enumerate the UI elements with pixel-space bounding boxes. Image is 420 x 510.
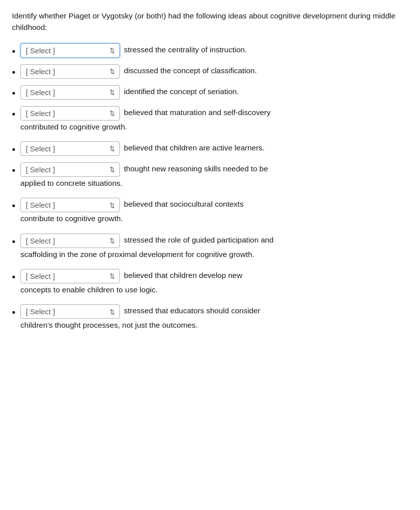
item-row: [ Select ]PiagetVygotskyBoth⇅thought new… bbox=[20, 162, 408, 177]
bullet-point: • bbox=[12, 64, 15, 80]
item-text-inline: believed that children are active learne… bbox=[124, 141, 408, 154]
question-item: •[ Select ]PiagetVygotskyBoth⇅believed t… bbox=[12, 198, 408, 228]
select-5[interactable]: [ Select ]PiagetVygotskyBoth bbox=[20, 141, 120, 156]
item-text-inline: believed that maturation and self-discov… bbox=[124, 106, 408, 119]
bullet-point: • bbox=[12, 85, 15, 101]
item-text-inline: identified the concept of seriation. bbox=[124, 85, 408, 98]
item-content: [ Select ]PiagetVygotskyBoth⇅believed th… bbox=[20, 269, 408, 299]
item-text-inline: discussed the concept of classification. bbox=[124, 64, 408, 77]
item-content: [ Select ]PiagetVygotskyBoth⇅believed th… bbox=[20, 106, 408, 136]
select-wrapper: [ Select ]PiagetVygotskyBoth⇅ bbox=[20, 85, 120, 100]
instruction-text: Identify whether Piaget or Vygotsky (or … bbox=[12, 10, 408, 33]
item-row: [ Select ]PiagetVygotskyBoth⇅discussed t… bbox=[20, 64, 408, 79]
item-row: [ Select ]PiagetVygotskyBoth⇅believed th… bbox=[20, 198, 408, 212]
question-list: •[ Select ]PiagetVygotskyBoth⇅stressed t… bbox=[12, 43, 408, 335]
select-10[interactable]: [ Select ]PiagetVygotskyBoth bbox=[20, 304, 120, 319]
select-wrapper: [ Select ]PiagetVygotskyBoth⇅ bbox=[20, 198, 120, 212]
item-text-inline: thought new reasoning skills needed to b… bbox=[124, 162, 408, 175]
select-8[interactable]: [ Select ]PiagetVygotskyBoth bbox=[20, 234, 120, 248]
question-item: •[ Select ]PiagetVygotskyBoth⇅identified… bbox=[12, 85, 408, 101]
bullet-point: • bbox=[12, 106, 15, 122]
select-wrapper: [ Select ]PiagetVygotskyBoth⇅ bbox=[20, 269, 120, 283]
select-9[interactable]: [ Select ]PiagetVygotskyBoth bbox=[20, 269, 120, 283]
item-row: [ Select ]PiagetVygotskyBoth⇅stressed th… bbox=[20, 304, 408, 319]
bullet-point: • bbox=[12, 141, 15, 157]
item-content: [ Select ]PiagetVygotskyBoth⇅thought new… bbox=[20, 162, 408, 193]
select-wrapper: [ Select ]PiagetVygotskyBoth⇅ bbox=[20, 141, 120, 156]
select-3[interactable]: [ Select ]PiagetVygotskyBoth bbox=[20, 85, 120, 100]
select-wrapper: [ Select ]PiagetVygotskyBoth⇅ bbox=[20, 43, 120, 58]
bullet-point: • bbox=[12, 43, 15, 59]
question-item: •[ Select ]PiagetVygotskyBoth⇅believed t… bbox=[12, 269, 408, 299]
item-content: [ Select ]PiagetVygotskyBoth⇅believed th… bbox=[20, 198, 408, 228]
question-item: •[ Select ]PiagetVygotskyBoth⇅discussed … bbox=[12, 64, 408, 80]
select-7[interactable]: [ Select ]PiagetVygotskyBoth bbox=[20, 198, 120, 212]
select-wrapper: [ Select ]PiagetVygotskyBoth⇅ bbox=[20, 64, 120, 79]
item-text-continuation: children's thought processes, not just t… bbox=[20, 319, 408, 332]
item-text-inline: believed that sociocultural contexts bbox=[124, 198, 408, 211]
item-text-inline: stressed the centrality of instruction. bbox=[124, 43, 408, 56]
item-row: [ Select ]PiagetVygotskyBoth⇅stressed th… bbox=[20, 234, 408, 248]
item-row: [ Select ]PiagetVygotskyBoth⇅believed th… bbox=[20, 106, 408, 121]
select-wrapper: [ Select ]PiagetVygotskyBoth⇅ bbox=[20, 234, 120, 248]
item-text-continuation: scaffolding in the zone of proximal deve… bbox=[20, 248, 408, 261]
item-text-continuation: contributed to cognitive growth. bbox=[20, 121, 408, 133]
question-item: •[ Select ]PiagetVygotskyBoth⇅believed t… bbox=[12, 141, 408, 157]
bullet-point: • bbox=[12, 269, 15, 285]
item-row: [ Select ]PiagetVygotskyBoth⇅believed th… bbox=[20, 269, 408, 283]
item-text-inline: stressed that educators should consider bbox=[124, 304, 408, 317]
select-wrapper: [ Select ]PiagetVygotskyBoth⇅ bbox=[20, 304, 120, 319]
item-content: [ Select ]PiagetVygotskyBoth⇅believed th… bbox=[20, 141, 408, 156]
select-1[interactable]: [ Select ]PiagetVygotskyBoth bbox=[20, 43, 120, 58]
select-4[interactable]: [ Select ]PiagetVygotskyBoth bbox=[20, 106, 120, 121]
item-text-inline: stressed the role of guided participatio… bbox=[124, 234, 408, 247]
item-text-continuation: contribute to cognitive growth. bbox=[20, 212, 408, 225]
item-content: [ Select ]PiagetVygotskyBoth⇅stressed th… bbox=[20, 304, 408, 335]
item-row: [ Select ]PiagetVygotskyBoth⇅identified … bbox=[20, 85, 408, 100]
item-content: [ Select ]PiagetVygotskyBoth⇅stressed th… bbox=[20, 234, 408, 264]
question-item: •[ Select ]PiagetVygotskyBoth⇅stressed t… bbox=[12, 43, 408, 59]
question-item: •[ Select ]PiagetVygotskyBoth⇅stressed t… bbox=[12, 304, 408, 335]
item-text-inline: believed that children develop new bbox=[124, 269, 408, 282]
item-content: [ Select ]PiagetVygotskyBoth⇅discussed t… bbox=[20, 64, 408, 79]
select-6[interactable]: [ Select ]PiagetVygotskyBoth bbox=[20, 162, 120, 177]
question-item: •[ Select ]PiagetVygotskyBoth⇅believed t… bbox=[12, 106, 408, 136]
item-text-continuation: concepts to enable children to use logic… bbox=[20, 283, 408, 296]
bullet-point: • bbox=[12, 304, 15, 320]
select-wrapper: [ Select ]PiagetVygotskyBoth⇅ bbox=[20, 162, 120, 177]
select-2[interactable]: [ Select ]PiagetVygotskyBoth bbox=[20, 64, 120, 79]
select-wrapper: [ Select ]PiagetVygotskyBoth⇅ bbox=[20, 106, 120, 121]
item-text-continuation: applied to concrete situations. bbox=[20, 177, 408, 190]
question-item: •[ Select ]PiagetVygotskyBoth⇅thought ne… bbox=[12, 162, 408, 193]
bullet-point: • bbox=[12, 162, 15, 178]
bullet-point: • bbox=[12, 198, 15, 214]
bullet-point: • bbox=[12, 234, 15, 250]
item-content: [ Select ]PiagetVygotskyBoth⇅identified … bbox=[20, 85, 408, 100]
item-row: [ Select ]PiagetVygotskyBoth⇅believed th… bbox=[20, 141, 408, 156]
item-content: [ Select ]PiagetVygotskyBoth⇅stressed th… bbox=[20, 43, 408, 58]
question-item: •[ Select ]PiagetVygotskyBoth⇅stressed t… bbox=[12, 234, 408, 264]
item-row: [ Select ]PiagetVygotskyBoth⇅stressed th… bbox=[20, 43, 408, 58]
